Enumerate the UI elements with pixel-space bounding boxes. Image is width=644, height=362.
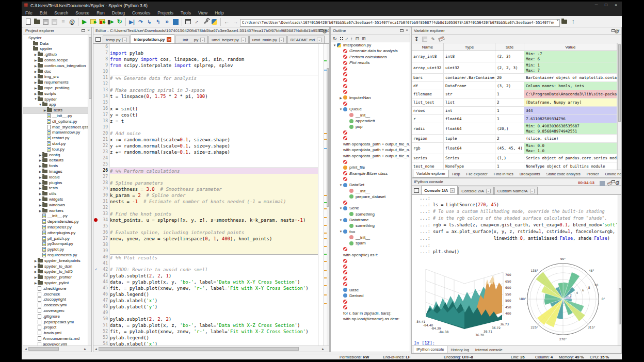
tree-item[interactable]: mainwindow.py <box>23 130 88 136</box>
project-horizontal-scrollbar[interactable]: ◄► <box>23 345 91 352</box>
table-row[interactable]: list_testlist2[Dataframe, Numpy array] <box>412 98 617 107</box>
table-row[interactable]: array_uint32uint32(2, 2, 3)Min: 1 Max: 7 <box>412 62 617 74</box>
tree-item[interactable]: py3compat.py <box>23 241 88 246</box>
editor-vertical-scrollbar[interactable] <box>327 44 329 345</box>
project-vertical-scrollbar[interactable] <box>88 35 91 345</box>
tree-item[interactable]: ▶img_src <box>23 74 88 80</box>
outline-item[interactable]: Perform calculations <box>331 54 410 60</box>
tree-item[interactable]: .ciocopyright <box>23 297 88 302</box>
rerun-cell-button[interactable]: ↻ <box>115 18 124 26</box>
tree-item[interactable]: ▶utils <box>23 191 88 196</box>
tree-item[interactable]: __init__.py <box>23 213 88 219</box>
tab-close-icon[interactable]: × <box>241 38 246 42</box>
table-row[interactable]: radiifloat64(20,)Min: 0.4983036638535687… <box>412 123 617 135</box>
tree-item[interactable]: .travis.yml <box>23 330 88 336</box>
menu-source[interactable]: Source <box>72 10 93 15</box>
editor-tab[interactable]: temp.py× <box>103 36 130 43</box>
outline-item[interactable]: Derived <box>331 293 410 299</box>
code-line[interactable]: ✓42# TODO: Rewrite to avoid code smell <box>93 267 323 273</box>
outline-item[interactable]: appendleft <box>331 118 410 124</box>
fullscreen-icon[interactable]: ↕ <box>344 36 349 41</box>
code-line[interactable]: 6 <box>93 44 323 50</box>
code-line[interactable]: 25 <box>93 161 323 168</box>
table-row[interactable]: regiontuple2(slice, slice) <box>412 135 617 143</box>
save-button[interactable] <box>41 18 50 26</box>
expand-arrow-icon[interactable]: ▶ <box>38 181 42 185</box>
variable-options-gear-icon[interactable]: ⚙ <box>614 28 619 35</box>
expand-arrow-icon[interactable]: ▶ <box>34 275 38 279</box>
tree-item[interactable]: ▶config <box>23 152 88 158</box>
tree-item[interactable]: __init__.py <box>23 113 88 119</box>
group-cells-icon[interactable] <box>340 37 343 40</box>
tree-item[interactable]: ▶rope_profiling <box>23 85 88 91</box>
code-line[interactable]: 19 <box>93 124 323 130</box>
tree-item[interactable]: ▼app <box>23 102 88 108</box>
outline-item[interactable] <box>331 270 410 275</box>
save-data-as-icon[interactable]: ✎ <box>431 37 435 42</box>
outline-item[interactable]: Generate data for analysis <box>331 48 410 54</box>
tree-item[interactable]: ▶windows <box>23 202 88 208</box>
code-line[interactable]: 18z = t <box>93 118 323 124</box>
code-line[interactable]: 15 <box>93 100 323 106</box>
maximize-button[interactable]: □ <box>601 2 611 9</box>
outline-item[interactable]: __init__ <box>331 235 410 240</box>
tree-item[interactable]: Data <box>23 41 88 46</box>
console-tab[interactable]: Custom Name/A× <box>494 187 538 194</box>
expand-arrow-icon[interactable]: ▶ <box>38 164 42 168</box>
code-line[interactable]: 45fit, = pylab.plot(xnew, ynew, 'r-', la… <box>93 285 323 291</box>
tree-item[interactable]: pyplot.py <box>23 246 88 252</box>
outline-item[interactable] <box>331 77 410 83</box>
collapse-arrow-icon[interactable]: ▼ <box>339 230 343 233</box>
code-line[interactable]: 44data, = pylab.plot(x, y, 'bo-', label=… <box>93 279 323 285</box>
tab-close-icon[interactable]: × <box>317 38 321 42</box>
expand-arrow-icon[interactable]: ▶ <box>38 153 42 157</box>
outline-item[interactable]: Plot results <box>331 60 410 65</box>
plugin-tab[interactable]: File explorer <box>463 171 491 177</box>
save-data-icon[interactable] <box>422 37 427 42</box>
outline-item[interactable] <box>331 275 410 281</box>
outline-item[interactable] <box>331 65 410 71</box>
outline-item[interactable]: print_file <box>331 164 410 170</box>
outline-item[interactable] <box>331 129 410 135</box>
menu-tools[interactable]: Tools <box>177 10 195 15</box>
tab-close-icon[interactable]: × <box>122 38 127 42</box>
plugin-tab[interactable]: Find in files <box>491 171 517 177</box>
debug-button[interactable]: ▶| <box>127 18 136 26</box>
run-cell-button[interactable]: ▶ <box>89 18 98 26</box>
code-line[interactable]: 14t = linspace(0, 1.75 * 2 * pi, 100) <box>93 93 323 100</box>
python-env-icon[interactable] <box>210 18 219 26</box>
clear-console-icon[interactable] <box>607 181 613 186</box>
tree-item[interactable]: .pep8speaks.yml <box>23 319 88 325</box>
forward-button[interactable]: → <box>231 18 240 26</box>
console-pane-tab[interactable]: History log <box>447 347 472 353</box>
expand-arrow-icon[interactable]: ▶ <box>38 209 42 212</box>
tree-item[interactable]: ▼spyder <box>23 96 88 102</box>
breakpoint-marker[interactable] <box>93 217 99 223</box>
new-file-button[interactable] <box>24 18 33 26</box>
save-all-button[interactable] <box>50 18 59 26</box>
tree-item[interactable]: ▶spyder_profiler <box>23 274 88 280</box>
tree-item[interactable]: ▶images <box>23 169 88 174</box>
tree-item[interactable]: spyder <box>23 46 88 52</box>
editor-horizontal-scrollbar[interactable]: ◄► <box>93 345 329 352</box>
code-line[interactable]: 10 <box>93 69 323 75</box>
code-editor[interactable]: 67import pylab8from numpy import cos, li… <box>93 44 323 345</box>
outline-item[interactable] <box>331 258 410 264</box>
tree-item[interactable]: ▶requirements <box>23 79 88 85</box>
browse-tabs-icon[interactable] <box>414 188 419 193</box>
tree-item[interactable]: .coveragerc <box>23 308 88 314</box>
expand-arrow-icon[interactable]: ▶ <box>34 80 38 84</box>
tab-close-icon[interactable]: × <box>167 37 171 42</box>
code-line[interactable]: 48pylab.ylabel('y') <box>93 304 323 310</box>
plugin-tab[interactable]: Profiler <box>584 171 602 177</box>
outline-item[interactable] <box>331 281 410 287</box>
code-line[interactable]: 27 <box>93 174 323 180</box>
console-body[interactable]: ...: ...: ls = LightSource(270, 45) ...:… <box>412 195 618 345</box>
menu-projects[interactable]: Projects <box>154 10 177 15</box>
code-line[interactable]: 8from numpy import cos, linspace, pi, si… <box>93 56 323 62</box>
undock-icon[interactable] <box>82 29 85 32</box>
outline-item[interactable]: for r, bar in zip(radii, bars): <box>331 310 410 316</box>
code-line[interactable]: 29smoothness = 3.0 # Smoothness paramete… <box>93 186 323 192</box>
collapse-arrow-icon[interactable]: ▼ <box>339 108 343 111</box>
tab-close-icon[interactable]: × <box>200 38 205 42</box>
